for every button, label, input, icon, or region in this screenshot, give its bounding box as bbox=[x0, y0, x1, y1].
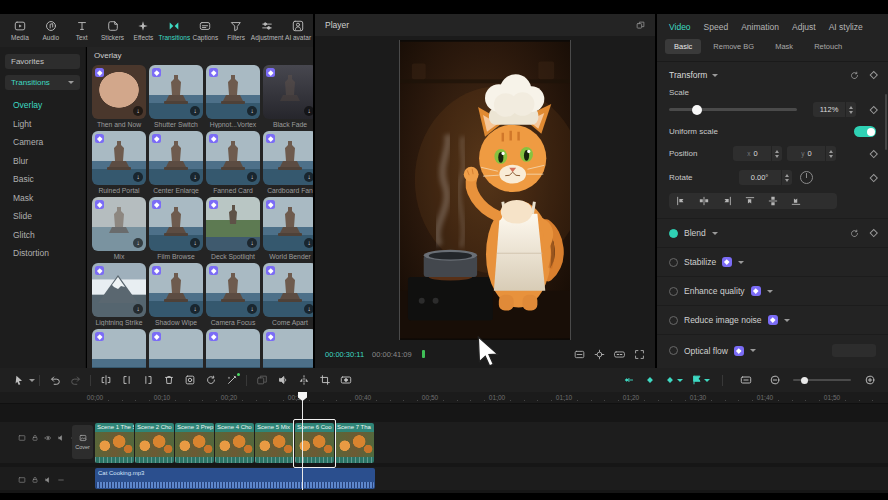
optical-flow-checkbox[interactable] bbox=[669, 346, 678, 355]
transition-card[interactable]: ↓ Center Enlarge bbox=[149, 131, 203, 194]
reset-icon[interactable] bbox=[850, 71, 859, 80]
optical-flow-section[interactable]: Optical flow bbox=[657, 334, 888, 366]
tab-text[interactable]: Text bbox=[67, 20, 97, 41]
transition-thumbnail[interactable]: ↓ bbox=[149, 263, 203, 317]
enhance-quality-checkbox[interactable] bbox=[669, 287, 678, 296]
transition-card[interactable] bbox=[206, 329, 260, 368]
transition-thumbnail[interactable]: ↓ bbox=[92, 65, 146, 119]
redo-button[interactable] bbox=[65, 371, 86, 389]
download-icon[interactable]: ↓ bbox=[247, 106, 257, 116]
transform-section-header[interactable]: Transform bbox=[657, 62, 888, 80]
video-clip[interactable]: Scene 4 Cho bbox=[215, 423, 254, 463]
speaker-icon[interactable] bbox=[57, 434, 65, 442]
transition-thumbnail[interactable]: ↓ bbox=[206, 197, 260, 251]
zoom-slider-knob[interactable] bbox=[801, 377, 808, 384]
transition-thumbnail[interactable]: ↓ bbox=[92, 263, 146, 317]
stabilize-section[interactable]: Stabilize bbox=[657, 247, 888, 276]
rotate-value-field[interactable]: 0.00° bbox=[739, 170, 781, 185]
tab-animation[interactable]: Animation bbox=[741, 22, 779, 32]
transition-card[interactable]: ↓ Hypnot...Vortex bbox=[206, 65, 260, 128]
transition-card[interactable] bbox=[263, 329, 313, 368]
freeze-frame-button[interactable] bbox=[179, 371, 200, 389]
tab-ai-stylize[interactable]: AI stylize bbox=[829, 22, 863, 32]
position-y-field[interactable]: y0 bbox=[787, 146, 825, 161]
rotate-stepper[interactable] bbox=[782, 170, 792, 185]
loop-button[interactable] bbox=[200, 371, 221, 389]
tab-media[interactable]: Media bbox=[5, 20, 35, 41]
transition-thumbnail[interactable]: ↓ bbox=[149, 131, 203, 185]
transition-card[interactable]: ↓ Deck Spotlight bbox=[206, 197, 260, 260]
sidebar-item-blur[interactable]: Blur bbox=[5, 152, 80, 171]
download-icon[interactable]: ↓ bbox=[133, 238, 143, 248]
download-icon[interactable]: ↓ bbox=[247, 238, 257, 248]
transition-card[interactable]: ↓ Fanned Card bbox=[206, 131, 260, 194]
align-middle-icon[interactable] bbox=[768, 196, 778, 206]
align-bottom-icon[interactable] bbox=[791, 196, 801, 206]
scale-value[interactable]: 112% bbox=[813, 102, 845, 117]
speaker-icon[interactable] bbox=[44, 476, 52, 484]
transition-thumbnail[interactable]: ↓ bbox=[263, 197, 313, 251]
keyframe-prev-button[interactable] bbox=[624, 374, 636, 386]
sidebar-item-distortion[interactable]: Distortion bbox=[5, 244, 80, 263]
transition-card[interactable]: ↓ Camera Focus bbox=[206, 263, 260, 326]
transition-thumbnail[interactable]: ↓ bbox=[92, 131, 146, 185]
keyframe-icon[interactable] bbox=[869, 150, 877, 158]
transition-thumbnail[interactable]: ↓ bbox=[206, 131, 260, 185]
crop-button[interactable] bbox=[314, 371, 335, 389]
subtab-remove-bg[interactable]: Remove BG bbox=[704, 39, 763, 54]
scale-slider[interactable] bbox=[669, 108, 797, 111]
keyframe-icon[interactable] bbox=[869, 229, 877, 237]
slider-knob[interactable] bbox=[692, 105, 702, 115]
download-icon[interactable]: ↓ bbox=[133, 172, 143, 182]
timeline-zoom-slider[interactable] bbox=[793, 379, 851, 381]
transition-thumbnail[interactable] bbox=[263, 329, 313, 368]
align-left-icon[interactable] bbox=[676, 196, 686, 206]
keyframe-add-button[interactable] bbox=[644, 374, 656, 386]
video-clip[interactable]: Scene 3 Prep bbox=[175, 423, 214, 463]
split-button[interactable] bbox=[95, 371, 116, 389]
download-icon[interactable]: ↓ bbox=[247, 172, 257, 182]
transition-card[interactable]: ↓ World Bender bbox=[263, 197, 313, 260]
transition-card[interactable] bbox=[149, 329, 203, 368]
tab-captions[interactable]: Captions bbox=[190, 20, 220, 41]
audio-clip[interactable]: Cat Cooking.mp3 bbox=[95, 468, 375, 489]
zoom-out-button[interactable] bbox=[764, 371, 785, 389]
reduce-noise-section[interactable]: Reduce image noise bbox=[657, 305, 888, 334]
chevron-down-icon[interactable] bbox=[29, 379, 35, 382]
player-menu-icon[interactable] bbox=[636, 21, 645, 30]
marker-button[interactable] bbox=[691, 374, 710, 386]
transition-thumbnail[interactable] bbox=[149, 329, 203, 368]
download-icon[interactable]: ↓ bbox=[133, 106, 143, 116]
transition-card[interactable]: ↓ Ruined Portal bbox=[92, 131, 146, 194]
sidebar-item-basic[interactable]: Basic bbox=[5, 170, 80, 189]
transition-card[interactable]: ↓ Shutter Switch bbox=[149, 65, 203, 128]
track-frame-icon[interactable] bbox=[18, 434, 26, 442]
keyframe-icon[interactable] bbox=[869, 71, 877, 79]
rotate-dial[interactable] bbox=[800, 171, 813, 184]
blend-checkbox[interactable] bbox=[669, 229, 678, 238]
tab-filters[interactable]: Filters bbox=[221, 20, 251, 41]
reduce-noise-checkbox[interactable] bbox=[669, 316, 678, 325]
tab-effects[interactable]: Effects bbox=[129, 20, 159, 41]
transition-card[interactable]: ↓ Mix bbox=[92, 197, 146, 260]
align-top-icon[interactable] bbox=[745, 196, 755, 206]
transition-card[interactable]: ↓ Then and Now bbox=[92, 65, 146, 128]
sidebar-item-camera[interactable]: Camera bbox=[5, 133, 80, 152]
video-preview[interactable] bbox=[399, 40, 571, 340]
transition-thumbnail[interactable]: ↓ bbox=[263, 263, 313, 317]
tab-speed[interactable]: Speed bbox=[704, 22, 729, 32]
transition-card[interactable]: ↓ Shadow Wipe bbox=[149, 263, 203, 326]
video-clip[interactable]: Scene 1 The S bbox=[95, 423, 134, 463]
transition-card[interactable] bbox=[92, 329, 146, 368]
tab-ai-avatar[interactable]: AI avatar bbox=[283, 20, 313, 41]
trim-left-button[interactable] bbox=[116, 371, 137, 389]
uniform-scale-toggle[interactable] bbox=[854, 126, 876, 137]
record-button[interactable] bbox=[335, 371, 356, 389]
transition-thumbnail[interactable]: ↓ bbox=[92, 197, 146, 251]
position-x-stepper[interactable] bbox=[772, 146, 782, 161]
video-clip[interactable]: Scene 5 Mix bbox=[255, 423, 294, 463]
smart-tool-button[interactable] bbox=[221, 371, 242, 389]
transition-thumbnail[interactable]: ↓ bbox=[206, 263, 260, 317]
tab-transitions[interactable]: Transitions bbox=[159, 20, 189, 41]
playhead-line[interactable] bbox=[302, 394, 303, 490]
